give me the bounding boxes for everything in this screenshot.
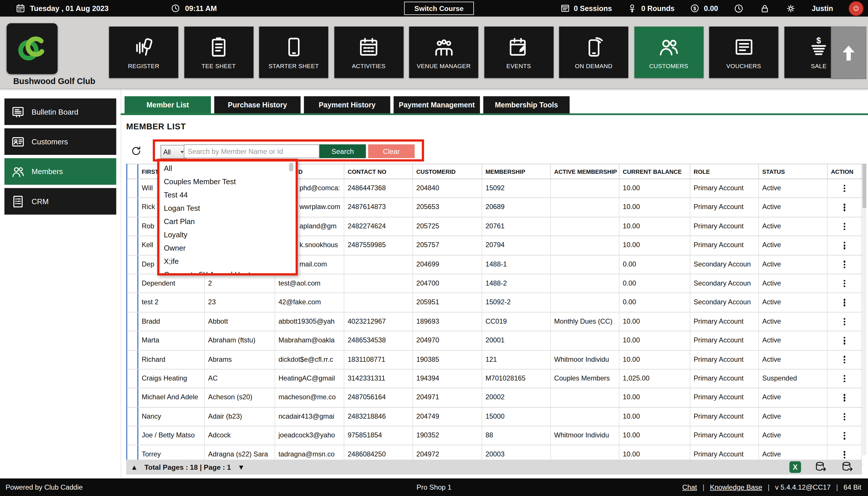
cell: 20002 [482,388,551,407]
dropdown-scrollbar[interactable] [289,162,293,171]
toolbar-button-label: CUSTOMERS [649,62,688,69]
sidebar-item-bulletin-board[interactable]: Bulletin Board [4,98,116,125]
filter-option-test-44[interactable]: Test 44 [164,188,296,202]
filter-option-owner[interactable]: Owner [164,242,296,255]
cell: 2487559985 [344,236,413,254]
toolbar-button-customers[interactable]: CUSTOMERS [634,27,703,78]
cell: 2486447368 [344,179,413,198]
cell: Secondary Accoun [690,293,759,312]
row-actions-button[interactable] [827,351,862,369]
cell: 20001 [482,331,551,350]
customers-card-icon [11,135,25,149]
tab-membership-tools[interactable]: Membership Tools [483,96,570,113]
table-scrollbar[interactable] [863,164,866,455]
row-actions-button[interactable] [827,198,862,217]
sidebar-item-members[interactable]: Members [4,158,116,185]
row-actions-button[interactable] [827,331,862,350]
cell [344,255,413,274]
row-actions-button[interactable] [827,255,862,274]
svg-text:$: $ [694,6,697,11]
cell: Active [759,312,828,331]
row-actions-button[interactable] [827,293,862,312]
toolbar-button-label: ACTIVITIES [352,62,386,69]
filter-option-loyalty[interactable]: Loyalty [164,228,296,242]
cell: Craigs Heating [138,370,205,388]
sidebar-item-customers[interactable]: Customers [4,128,116,155]
user-name[interactable]: Justin [812,4,833,12]
toolbar-button-label: SALE [811,62,826,69]
column-header-membership[interactable]: MEMBERSHIP [482,164,551,179]
row-actions-button[interactable] [827,179,862,198]
clear-button[interactable]: Clear [368,144,415,158]
toolbar-button-venue-manager[interactable]: VENUE MANAGER [409,27,478,78]
row-actions-button[interactable] [827,217,862,236]
export-excel-button[interactable]: X [789,461,801,473]
lock-button[interactable] [760,3,770,14]
settings-gear-icon[interactable] [785,3,796,14]
column-header-customerid[interactable]: CUSTOMERID [413,164,482,179]
member-type-dropdown: AllCouples Member TestTest 44Logan TestC… [157,159,298,276]
cell: 10.00 [619,198,690,217]
export-all-data-button[interactable] [841,461,854,474]
row-actions-button[interactable] [827,274,862,293]
cell: Primary Account [690,331,759,350]
page-up-button[interactable]: ▲ [131,463,138,470]
scrollbar-thumb[interactable] [863,164,866,208]
cell: Primary Account [690,388,759,407]
toolbar-button-events[interactable]: EVENTS [484,27,553,78]
row-actions-button[interactable] [827,312,862,331]
toolbar-button-register[interactable]: REGISTER [109,27,178,78]
export-data-button[interactable] [814,461,827,474]
column-header-blank [128,164,138,179]
toolbar-button-tee-sheet[interactable]: TEE SHEET [184,27,253,78]
column-header-current-balance[interactable]: CURRENT BALANCE [619,164,690,179]
row-actions-button[interactable] [827,370,862,388]
register-icon [133,36,155,58]
table-row: Joe / Betty MatsoAdcockjoeadcock3@yaho97… [128,427,863,446]
knowledge-base-link[interactable]: Knowledge Base [710,483,762,491]
row-actions-button[interactable] [827,427,862,445]
collapse-toolbar-button[interactable] [831,27,867,79]
tab-payment-history[interactable]: Payment History [304,96,390,113]
column-header-active-membership[interactable]: ACTIVE MEMBERSHIP [551,164,619,179]
column-header-contact-no[interactable]: CONTACT NO [344,164,413,179]
filter-option-couples-member-test[interactable]: Couples Member Test [164,175,296,188]
row-actions-button[interactable] [827,236,862,254]
toolbar-button-on-demand[interactable]: ON DEMAND [559,27,628,78]
switch-course-button[interactable]: Switch Course [404,2,474,15]
column-header-status[interactable]: STATUS [759,164,828,179]
column-header-action[interactable]: ACTION [827,164,862,179]
member-type-select[interactable]: All [161,145,187,159]
venue-manager-icon [433,36,455,58]
cell: 15092 [482,179,551,198]
cell: 2487614873 [344,198,413,217]
time-clock-button[interactable] [734,3,744,14]
power-button[interactable] [849,1,864,16]
column-header-role[interactable]: ROLE [690,164,759,179]
search-button[interactable]: Search [319,144,366,158]
search-input[interactable] [184,144,319,158]
filter-option-x-ife[interactable]: X;ife [164,255,296,268]
row-actions-button[interactable] [827,407,862,426]
toolbar-button-starter-sheet[interactable]: STARTER SHEET [259,27,328,78]
chat-link[interactable]: Chat [682,483,697,491]
refresh-button[interactable] [129,144,143,159]
kebab-menu-icon [843,298,845,307]
page-down-button[interactable]: ▼ [238,463,245,470]
cell: Richard [138,351,205,369]
filter-option-corporate-5y-annual-hunt[interactable]: Corporate 5Y Annual Hunt [164,268,296,276]
cell: 10.00 [619,388,690,407]
toolbar-button-activities[interactable]: ACTIVITIES [334,27,403,78]
toolbar-button-vouchers[interactable]: VOUCHERS [709,27,778,78]
sidebar-item-crm[interactable]: CRM [4,188,116,215]
tab-member-list[interactable]: Member List [124,96,211,113]
filter-option-all[interactable]: All [164,162,296,175]
table-row: Craigs HeatingACHeatingAC@gmail314233131… [128,370,863,389]
tab-payment-management[interactable]: Payment Management [393,96,480,113]
cell: Primary Account [690,407,759,426]
tab-purchase-history[interactable]: Purchase History [214,96,300,113]
row-actions-button[interactable] [827,388,862,407]
cell: Michael And Adele [138,388,205,407]
filter-option-cart-plan[interactable]: Cart Plan [164,215,296,228]
filter-option-logan-test[interactable]: Logan Test [164,202,296,215]
